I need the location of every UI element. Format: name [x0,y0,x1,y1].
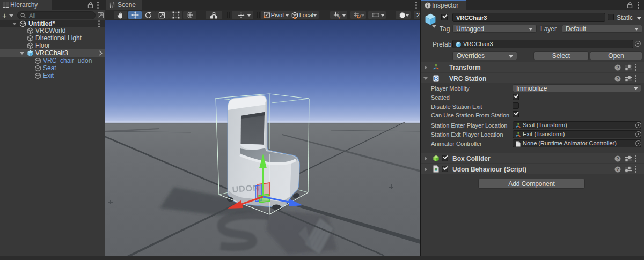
svg-text:?: ? [616,156,619,161]
svg-text:?: ? [616,76,619,81]
svg-text:?: ? [616,65,619,70]
svg-text:#: # [435,167,437,172]
svg-text:?: ? [616,167,619,172]
svg-text:Y: Y [338,15,340,19]
